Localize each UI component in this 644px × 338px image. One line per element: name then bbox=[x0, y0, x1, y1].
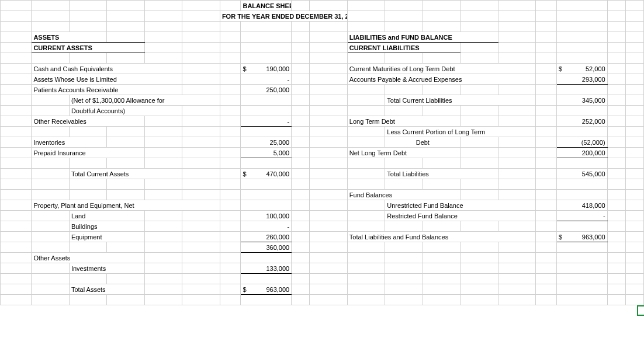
amount: 252,000 bbox=[556, 116, 607, 127]
row-label: Inventories bbox=[32, 137, 107, 148]
row-label: Total Liabilities and Fund Balances bbox=[347, 232, 536, 242]
dollar-sign: $ bbox=[559, 65, 562, 72]
row-label: Total Assets bbox=[69, 284, 144, 295]
amount: 260,000 bbox=[241, 232, 292, 242]
amount: 545,000 bbox=[556, 169, 607, 179]
amount: 133,000 bbox=[241, 263, 292, 274]
amount: 345,000 bbox=[556, 95, 607, 106]
amount: 470,000 bbox=[266, 170, 289, 177]
row-label: Investments bbox=[69, 263, 144, 274]
row-label: Less Current Portion of Long Term bbox=[385, 127, 536, 137]
title: BALANCE SHEET bbox=[241, 1, 292, 11]
row-label: Accounts Payable & Accrued Expenses bbox=[347, 74, 536, 85]
row-label: Cash and Cash Equivalents bbox=[32, 64, 182, 74]
current-liab-heading: CURRENT LIABILITIES bbox=[347, 43, 461, 53]
row-label: Restricted Fund Balance bbox=[385, 211, 536, 221]
row-label: Debt bbox=[385, 137, 461, 148]
amount: 5,000 bbox=[241, 148, 292, 158]
dollar-sign: $ bbox=[243, 170, 246, 177]
row-label: Unrestricted Fund Balance bbox=[385, 200, 536, 211]
balance-sheet: BALANCE SHEET FOR THE YEAR ENDED DECEMBE… bbox=[0, 0, 644, 338]
amount: 293,000 bbox=[556, 74, 607, 85]
amount: - bbox=[241, 74, 292, 85]
row-label: Doubtful Accounts) bbox=[69, 106, 182, 116]
row-label: Other Receivables bbox=[32, 116, 145, 127]
dollar-sign: $ bbox=[559, 234, 562, 241]
amount: 25,000 bbox=[241, 137, 292, 148]
row-label: Total Liabilities bbox=[385, 169, 498, 179]
amount: 418,000 bbox=[556, 200, 607, 211]
row-label: Net Long Term Debt bbox=[347, 148, 461, 158]
row-label: (Net of $1,300,000 Allowance for bbox=[69, 95, 220, 106]
subtitle: FOR THE YEAR ENDED DECEMBER 31, 2018 bbox=[220, 11, 347, 22]
dollar-sign: $ bbox=[243, 65, 246, 72]
amount: 250,000 bbox=[241, 85, 292, 95]
selection-indicator bbox=[637, 305, 644, 316]
amount: 200,000 bbox=[556, 148, 607, 158]
amount: 963,000 bbox=[582, 234, 605, 241]
amount: - bbox=[556, 211, 607, 221]
dollar-sign: $ bbox=[243, 286, 246, 293]
liab-heading: LIABILITIES and FUND BALANCE bbox=[347, 32, 498, 43]
row-label: Assets Whose Use is Limited bbox=[32, 74, 182, 85]
current-assets-heading: CURRENT ASSETS bbox=[32, 43, 145, 53]
row-label: Total Current Liabilities bbox=[385, 95, 536, 106]
row-label: Fund Balances bbox=[347, 190, 461, 200]
amount: - bbox=[241, 116, 292, 127]
row-label: Current Maturities of Long Term Debt bbox=[347, 64, 536, 74]
row-label: Land bbox=[69, 211, 144, 221]
amount: 52,000 bbox=[586, 65, 605, 72]
row-label: Patients Accounts Receivable bbox=[32, 85, 182, 95]
row-label: Other Assets bbox=[32, 253, 145, 263]
row-label: Total Current Assets bbox=[69, 169, 182, 179]
amount: 190,000 bbox=[266, 65, 289, 72]
amount: 360,000 bbox=[241, 242, 292, 253]
amount: - bbox=[241, 221, 292, 232]
row-label: Property, Plant and Equipment, Net bbox=[32, 200, 220, 211]
amount: 100,000 bbox=[241, 211, 292, 221]
row-label: Buildings bbox=[69, 221, 144, 232]
row-label: Long Term Debt bbox=[347, 116, 461, 127]
row-label: Prepaid Insurance bbox=[32, 148, 145, 158]
assets-heading: ASSETS bbox=[32, 32, 107, 43]
amount: (52,000) bbox=[556, 137, 607, 148]
spreadsheet-grid: BALANCE SHEET FOR THE YEAR ENDED DECEMBE… bbox=[0, 0, 644, 305]
row-label: Equipment bbox=[69, 232, 144, 242]
amount: 963,000 bbox=[266, 286, 289, 293]
